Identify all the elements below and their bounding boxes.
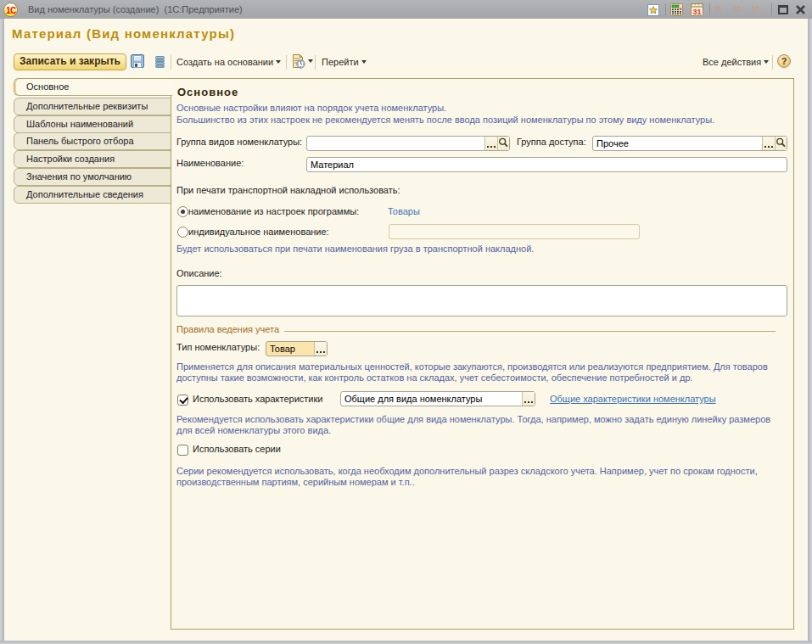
svg-text:31: 31 <box>692 8 701 16</box>
